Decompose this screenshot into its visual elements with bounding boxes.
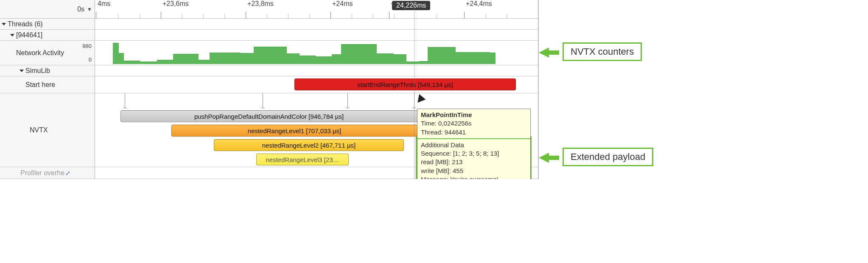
nvtx-label: NVTX [30, 126, 48, 134]
range-level2-label: nestedRangeLevel2 [467,711 µs] [262, 142, 356, 149]
range-level2[interactable]: nestedRangeLevel2 [467,711 µs] [214, 139, 404, 151]
nvtx-marker[interactable] [347, 93, 348, 108]
range-start-end-label: startEndRangeThrds [549,134 µs] [357, 81, 453, 88]
arrow-left-icon [539, 153, 549, 163]
network-activity-label: Network Activity [16, 49, 64, 57]
time-cursor-badge: 24,226ms [392, 1, 430, 10]
callout-payload-label: Extended payload [571, 151, 645, 162]
tooltip-sequence: Sequence: [1; 2; 3; 5; 8; 13] [421, 149, 527, 158]
annotations-panel: NVTX counters Extended payload [539, 0, 868, 179]
simulib-label: SimuLib [25, 67, 50, 75]
tooltip-markpoint: MarkPointInTime Time: 0,0242256s Thread:… [417, 109, 531, 179]
nvtx-marker[interactable] [414, 93, 414, 108]
range-level1-label: nestedRangeLevel1 [707,033 µs] [248, 127, 341, 134]
tooltip-read: read [MB]: 213 [421, 158, 527, 166]
arrow-left-icon [539, 48, 549, 58]
callout-counters-label: NVTX counters [571, 46, 634, 57]
tooltip-message: Message: You're awesome! [421, 175, 527, 179]
row-network-activity[interactable]: Network Activity 980 0 [0, 41, 95, 65]
arrow-stem [548, 156, 559, 160]
pid-label: [944641] [16, 31, 42, 39]
chevron-down-icon [10, 34, 14, 36]
tree-node-simulib[interactable]: SimuLib [0, 65, 95, 76]
ruler-tick: +23,6ms [162, 0, 189, 8]
range-level1[interactable]: nestedRangeLevel1 [707,033 µs] [171, 125, 417, 137]
row-nvtx[interactable]: NVTX [0, 93, 95, 167]
tree-node-pid[interactable]: [944641] [0, 30, 95, 40]
tooltip-title: MarkPointInTime [421, 111, 472, 118]
track-empty [95, 65, 538, 76]
row-start-here[interactable]: Start here [0, 76, 95, 93]
nvtx-marker[interactable] [125, 93, 125, 108]
expand-icon[interactable]: ⤢ [65, 170, 70, 176]
timeline-ruler[interactable]: 0s ▼ 4ms +23,6ms +23,8ms +24ms + +24,4ms… [0, 0, 538, 19]
net-ymax: 980 [82, 43, 92, 49]
ruler-origin-label: 0s [77, 6, 84, 13]
tooltip-thread: Thread: 944641 [421, 128, 527, 137]
range-level3[interactable]: nestedRangeLevel3 [23… [256, 154, 349, 165]
range-pushpop[interactable]: pushPopRangeDefaultDomainAndColor [946,7… [120, 110, 417, 122]
chevron-down-icon [2, 23, 6, 25]
network-activity-chart[interactable] [95, 41, 538, 65]
ruler-track[interactable]: 4ms +23,6ms +23,8ms +24ms + +24,4ms 24,2… [95, 0, 538, 18]
start-here-label: Start here [25, 81, 55, 89]
ruler-tick: +23,8ms [247, 0, 274, 8]
range-level3-label: nestedRangeLevel3 [23… [266, 156, 339, 163]
ruler-tick: +24,4ms [466, 0, 492, 8]
track-empty [95, 19, 538, 29]
ruler-origin-dropdown[interactable]: 0s ▼ [0, 0, 95, 18]
net-ymin: 0 [82, 56, 92, 63]
range-start-end[interactable]: startEndRangeThrds [549,134 µs] [294, 78, 516, 90]
nvtx-marker[interactable] [263, 93, 263, 108]
ruler-tick: +24ms [332, 0, 353, 8]
callout-nvtx-counters: NVTX counters [563, 42, 642, 61]
tooltip-time: Time: 0,0242256s [421, 119, 527, 128]
ruler-tick: 4ms [98, 0, 110, 8]
track-empty [95, 30, 538, 40]
track-start-here[interactable]: startEndRangeThrds [549,134 µs] [95, 76, 538, 93]
arrow-stem [548, 50, 559, 55]
callout-extended-payload: Extended payload [563, 148, 653, 166]
profiler-overhead-label: Profiler overhe [20, 169, 64, 177]
profiler-panel: 0s ▼ 4ms +23,6ms +23,8ms +24ms + +24,4ms… [0, 0, 539, 179]
chevron-down-icon[interactable]: ▼ [87, 6, 92, 12]
chevron-down-icon [20, 70, 24, 72]
tree-node-threads[interactable]: Threads (6) [0, 19, 95, 29]
tooltip-write: write [MB]: 455 [421, 167, 527, 175]
range-pushpop-label: pushPopRangeDefaultDomainAndColor [946,7… [194, 113, 344, 120]
tooltip-additional-header: Additional Data [421, 141, 527, 149]
threads-label: Threads (6) [8, 20, 43, 28]
row-profiler-overhead[interactable]: Profiler overhe ⤢ [0, 167, 95, 179]
